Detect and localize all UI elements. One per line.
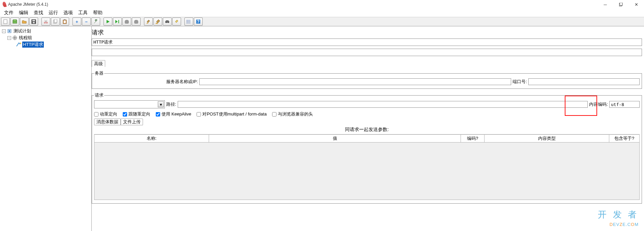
tree-http-request[interactable]: HTTP请求 (1, 41, 90, 48)
menu-tools[interactable]: 工具 (76, 9, 90, 17)
play-nopause-icon (115, 20, 120, 24)
col-name[interactable]: 名称: (94, 135, 209, 143)
window-title: Apache JMeter (5.4.1) (8, 2, 48, 7)
clear-button[interactable] (144, 18, 153, 26)
templates-button[interactable] (10, 18, 19, 26)
clear-all-button[interactable] (153, 18, 162, 26)
broom-large-icon (155, 19, 160, 24)
paste-button[interactable] (60, 18, 69, 26)
content-pane: 请求 高级 务器 服务器名称或IP: 端口号: 请求 ▾ 路径: (92, 26, 644, 231)
shutdown-icon (134, 20, 138, 24)
svg-rect-18 (166, 20, 169, 22)
svg-rect-6 (32, 20, 35, 21)
stop-button[interactable] (122, 18, 131, 26)
sampler-comment-input[interactable] (92, 49, 642, 56)
scissors-icon (43, 19, 48, 24)
menu-file[interactable]: 文件 (1, 9, 16, 17)
watermark: 开 发 者 DEVZE.COM (598, 209, 639, 228)
svg-text:?: ? (197, 19, 200, 24)
tab-advanced[interactable]: 高级 (92, 60, 105, 67)
svg-point-25 (9, 30, 10, 32)
http-request-legend: 请求 (94, 92, 104, 98)
params-body[interactable] (94, 143, 640, 200)
chevron-down-icon: ▾ (158, 101, 164, 107)
svg-point-20 (186, 21, 187, 22)
collapse-button[interactable]: − (82, 18, 91, 26)
menu-edit[interactable]: 编辑 (16, 9, 31, 17)
binoculars-icon (165, 19, 170, 24)
follow-redirect-checkbox[interactable]: 跟随重定向 (123, 111, 150, 117)
web-server-fieldset: 务器 服务器名称或IP: 端口号: (92, 70, 642, 89)
start-button[interactable] (104, 18, 112, 26)
svg-rect-15 (118, 20, 119, 23)
multipart-checkbox[interactable]: 对POST使用multipart / form-data (197, 111, 267, 117)
port-label: 端口号: (513, 79, 527, 85)
svg-rect-7 (33, 22, 35, 23)
svg-rect-13 (64, 21, 66, 23)
port-input[interactable] (528, 78, 640, 85)
keepalive-checkbox[interactable]: 使用 KeepAlive (156, 111, 191, 117)
tab-file-upload[interactable]: 文件上传 (121, 119, 143, 125)
main-area: − 测试计划 − 线程组 HTTP请求 请求 高级 务器 服务器名称或IP: (0, 26, 644, 231)
svg-rect-1 (620, 3, 622, 5)
col-include-equals[interactable]: 包含等于? (609, 135, 640, 143)
col-value[interactable]: 值 (209, 135, 461, 143)
new-file-icon (3, 19, 8, 24)
tree-collapse-icon[interactable]: − (7, 36, 11, 40)
menu-search[interactable]: 查找 (31, 9, 46, 17)
cut-button[interactable] (41, 18, 50, 26)
watermark-cn: 开 发 者 (598, 209, 639, 221)
menu-options[interactable]: 选项 (61, 9, 76, 17)
reset-search-button[interactable] (172, 18, 181, 26)
broom-small-icon (146, 19, 151, 24)
params-table: 名称: 值 编码? 内容类型 包含等于? (94, 134, 640, 143)
svg-rect-11 (54, 19, 57, 23)
menu-help[interactable]: 帮助 (90, 9, 105, 17)
params-header-row: 名称: 值 编码? 内容类型 包含等于? (94, 135, 640, 143)
tree-test-plan[interactable]: − 测试计划 (1, 28, 90, 34)
save-button[interactable] (29, 18, 38, 26)
col-content-type[interactable]: 内容类型 (485, 135, 609, 143)
svg-rect-14 (64, 19, 65, 20)
svg-rect-2 (4, 20, 7, 24)
help-button[interactable]: ? (194, 18, 203, 26)
tab-body-data[interactable]: 消息体数据 (94, 119, 121, 125)
maximize-button[interactable] (613, 0, 628, 9)
http-sampler-icon (16, 42, 22, 47)
sampler-name-input[interactable] (92, 38, 642, 46)
toolbar: + − ? (0, 17, 644, 26)
jmeter-feather-icon (2, 1, 7, 7)
minimize-button[interactable]: ─ (597, 0, 613, 9)
tree-pane[interactable]: − 测试计划 − 线程组 HTTP请求 (0, 26, 92, 231)
svg-point-27 (14, 37, 16, 39)
watermark-en: DEVZE.COM (598, 221, 639, 228)
content-encoding-input[interactable] (609, 101, 640, 108)
browser-compat-checkbox[interactable]: 与浏览器兼容的头 (272, 111, 313, 117)
toggle-button[interactable] (91, 18, 100, 26)
close-button[interactable]: ✕ (628, 0, 644, 9)
maximize-icon (619, 3, 623, 6)
expand-button[interactable]: + (72, 18, 81, 26)
server-name-input[interactable] (199, 78, 511, 85)
start-no-pause-button[interactable] (113, 18, 122, 26)
web-server-legend: 务器 (94, 70, 104, 76)
copy-button[interactable] (51, 18, 60, 26)
tree-thread-group[interactable]: − 线程组 (1, 34, 90, 41)
tree-collapse-icon[interactable]: − (2, 29, 6, 33)
tree-thread-group-label: 线程组 (18, 35, 33, 41)
http-request-fieldset: 请求 ▾ 路径: 内容编码: 动重定向 跟随重定向 使用 KeepAlive 对… (92, 92, 642, 204)
list-icon (186, 19, 191, 24)
templates-icon (12, 19, 17, 24)
auto-redirect-checkbox[interactable]: 动重定向 (94, 111, 117, 117)
open-button[interactable] (20, 18, 29, 26)
new-button[interactable] (1, 18, 10, 26)
method-dropdown[interactable]: ▾ (94, 100, 165, 108)
col-encode[interactable]: 编码? (461, 135, 485, 143)
path-input[interactable] (178, 101, 588, 108)
config-tabs: 高级 (92, 60, 642, 67)
shutdown-button[interactable] (132, 18, 141, 26)
search-button[interactable] (163, 18, 172, 26)
function-helper-button[interactable] (184, 18, 193, 26)
menu-run[interactable]: 运行 (46, 9, 61, 17)
thread-group-icon (12, 35, 18, 41)
